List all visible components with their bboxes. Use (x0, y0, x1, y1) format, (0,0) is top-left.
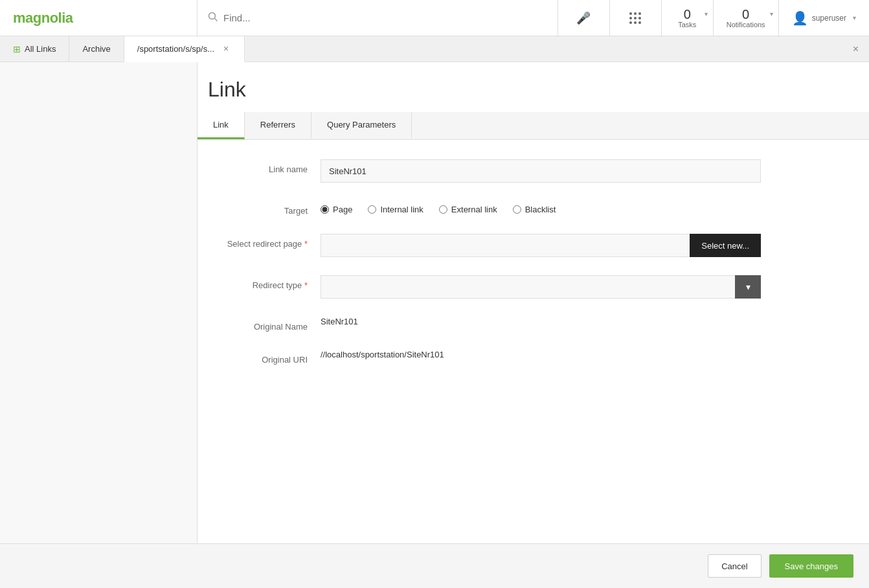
target-page-radio[interactable] (321, 205, 329, 214)
page-title: Link (198, 62, 869, 112)
redirect-type-input[interactable] (321, 275, 735, 299)
target-external-option[interactable]: External link (439, 205, 497, 214)
target-internal-radio[interactable] (368, 205, 376, 214)
mic-button[interactable]: 🎤 (558, 0, 609, 36)
redirect-type-row: Redirect type * ▾ (217, 275, 830, 299)
search-area (198, 0, 558, 36)
link-name-control (321, 159, 761, 183)
user-icon: 👤 (792, 10, 808, 26)
tab-archive-label: Archive (82, 44, 110, 54)
select-redirect-page-label: Select redirect page * (217, 234, 321, 249)
cancel-button[interactable]: Cancel (708, 554, 761, 578)
original-uri-control: //localhost/sportstation/SiteNr101 (321, 350, 761, 359)
svg-point-0 (209, 13, 216, 19)
notifications-label: Notifications (727, 21, 765, 28)
form-area: Link Link Referrers Query Parameters Lin… (198, 62, 869, 543)
mic-icon: 🎤 (576, 11, 591, 25)
original-name-row: Original Name SiteNr101 (217, 317, 830, 332)
target-blacklist-label: Blacklist (525, 205, 556, 214)
tab-active-label: /sportstation/s/sp/s... (137, 44, 214, 54)
target-internal-label: Internal link (380, 205, 423, 214)
bottom-bar: Cancel Save changes (0, 543, 869, 588)
target-page-option[interactable]: Page (321, 205, 352, 214)
user-label: superuser (812, 14, 846, 23)
select-redirect-page-row: Select redirect page * Select new... (217, 234, 830, 257)
tab-close-icon[interactable]: × (221, 42, 231, 55)
tasks-button[interactable]: 0 Tasks ▾ (661, 0, 713, 36)
topbar: magnolia 🎤 0 Tasks ▾ 0 Notif (0, 0, 869, 36)
redirect-type-control: ▾ (321, 275, 761, 299)
redirect-page-input-row: Select new... (321, 234, 761, 257)
tab-all-links[interactable]: ⊞ All Links (0, 36, 69, 62)
redirect-type-label: Redirect type * (217, 275, 321, 290)
select-new-button[interactable]: Select new... (690, 234, 761, 257)
tab-link-label: Link (213, 120, 229, 130)
left-panel (0, 62, 198, 543)
main-content: Link Link Referrers Query Parameters Lin… (0, 62, 869, 543)
user-menu[interactable]: 👤 superuser ▾ (778, 0, 869, 36)
target-options: Page Internal link External link Bl (321, 201, 761, 214)
tabbar: ⊞ All Links Archive /sportstation/s/sp/s… (0, 36, 869, 62)
topbar-actions: 🎤 0 Tasks ▾ 0 Notifications ▾ 👤 superuse… (558, 0, 869, 36)
save-changes-button[interactable]: Save changes (769, 554, 853, 578)
redirect-type-required-marker: * (304, 280, 308, 290)
inner-tabs: Link Referrers Query Parameters (198, 112, 869, 140)
redirect-type-input-wrap: ▾ (321, 275, 761, 299)
svg-line-1 (215, 19, 218, 21)
notifications-button[interactable]: 0 Notifications ▾ (713, 0, 778, 36)
target-label: Target (217, 201, 321, 216)
notifications-count: 0 (742, 8, 749, 21)
redirect-page-required-marker: * (304, 239, 308, 249)
tab-query-parameters-label: Query Parameters (327, 120, 396, 130)
tab-spacer (245, 36, 842, 62)
target-external-label: External link (451, 205, 497, 214)
link-name-input[interactable] (321, 159, 761, 183)
redirect-type-dropdown-button[interactable]: ▾ (735, 275, 761, 299)
panel-close-button[interactable]: × (842, 36, 869, 62)
target-page-label: Page (333, 205, 352, 214)
target-blacklist-option[interactable]: Blacklist (513, 205, 556, 214)
tab-link[interactable]: Link (198, 112, 245, 139)
all-links-icon: ⊞ (13, 44, 21, 54)
tasks-chevron-icon: ▾ (705, 10, 708, 17)
tab-archive[interactable]: Archive (69, 36, 124, 62)
tab-query-parameters[interactable]: Query Parameters (311, 112, 412, 139)
apps-button[interactable] (609, 0, 661, 36)
original-name-label: Original Name (217, 317, 321, 332)
link-name-row: Link name (217, 159, 830, 183)
redirect-page-control: Select new... (321, 234, 761, 257)
target-internal-option[interactable]: Internal link (368, 205, 423, 214)
notifications-chevron-icon: ▾ (770, 10, 773, 17)
target-row: Target Page Internal link Ex (217, 201, 830, 216)
tab-referrers-label: Referrers (260, 120, 295, 130)
target-blacklist-radio[interactable] (513, 205, 521, 214)
user-chevron-icon: ▾ (853, 14, 856, 21)
target-external-radio[interactable] (439, 205, 447, 214)
tasks-count: 0 (684, 8, 691, 21)
form-body: Link name Target Page In (198, 140, 869, 543)
original-uri-value: //localhost/sportstation/SiteNr101 (321, 345, 444, 359)
grid-icon (629, 12, 641, 24)
tab-referrers[interactable]: Referrers (245, 112, 311, 139)
original-name-value: SiteNr101 (321, 311, 358, 326)
search-icon (208, 12, 218, 24)
link-name-label: Link name (217, 159, 321, 174)
target-control: Page Internal link External link Bl (321, 201, 761, 214)
original-uri-label: Original URI (217, 350, 321, 365)
search-input[interactable] (223, 12, 547, 23)
tab-active[interactable]: /sportstation/s/sp/s... × (124, 36, 245, 62)
original-uri-row: Original URI //localhost/sportstation/Si… (217, 350, 830, 365)
logo-area: magnolia (0, 0, 198, 36)
chevron-down-icon: ▾ (746, 282, 751, 292)
original-name-control: SiteNr101 (321, 317, 761, 326)
tab-all-links-label: All Links (25, 44, 56, 54)
redirect-page-input[interactable] (321, 234, 690, 257)
tasks-label: Tasks (678, 21, 696, 28)
logo: magnolia (13, 10, 73, 27)
